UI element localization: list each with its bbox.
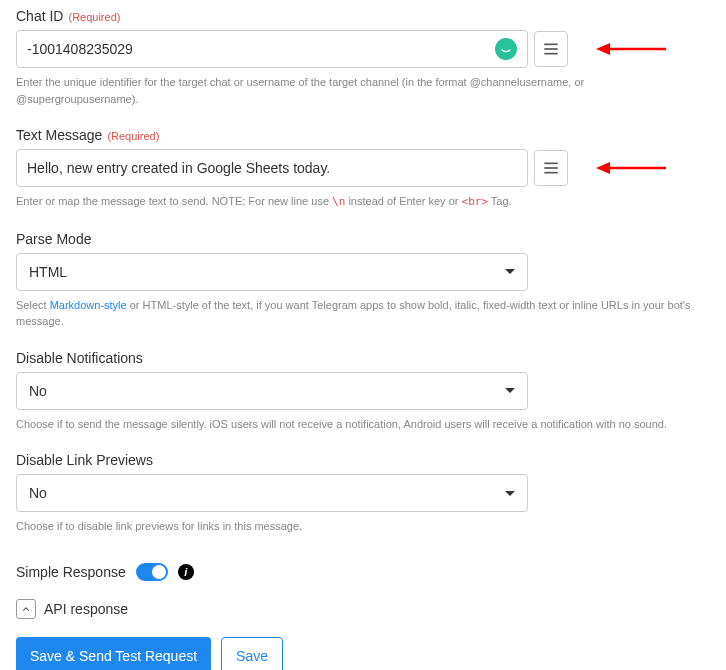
api-response-collapse-button[interactable]	[16, 599, 36, 619]
text-message-input[interactable]	[27, 160, 517, 176]
disable-link-previews-select[interactable]: No	[16, 474, 528, 512]
required-tag: (Required)	[107, 130, 159, 142]
disable-notifications-label: Disable Notifications	[16, 350, 710, 366]
info-icon[interactable]: i	[178, 564, 194, 580]
disable-link-previews-label: Disable Link Previews	[16, 452, 710, 468]
save-send-test-button[interactable]: Save & Send Test Request	[16, 637, 211, 671]
text-message-label: Text Message (Required)	[16, 127, 710, 143]
disable-notifications-select[interactable]: No	[16, 372, 528, 410]
markdown-style-link[interactable]: Markdown-style	[50, 299, 127, 311]
arrow-annotation	[596, 40, 666, 58]
text-message-input-wrap[interactable]	[16, 149, 528, 187]
chat-id-input[interactable]	[27, 41, 489, 57]
simple-response-toggle[interactable]	[136, 563, 168, 581]
chevron-down-icon	[505, 388, 515, 393]
disable-link-previews-help: Choose if to disable link previews for l…	[16, 518, 706, 535]
map-button[interactable]	[534, 31, 568, 67]
chat-id-help: Enter the unique identifier for the targ…	[16, 74, 706, 107]
chat-id-label: Chat ID (Required)	[16, 8, 710, 24]
api-response-label: API response	[44, 601, 128, 617]
chevron-down-icon	[505, 491, 515, 496]
arrow-annotation	[596, 159, 666, 177]
required-tag: (Required)	[68, 11, 120, 23]
save-button[interactable]: Save	[221, 637, 283, 671]
parse-mode-label: Parse Mode	[16, 231, 710, 247]
chat-id-input-wrap[interactable]	[16, 30, 528, 68]
disable-notifications-help: Choose if to send the message silently. …	[16, 416, 706, 433]
chevron-down-icon	[505, 269, 515, 274]
text-message-help: Enter or map the message text to send. N…	[16, 193, 706, 211]
parse-mode-help: Select Markdown-style or HTML-style of t…	[16, 297, 706, 330]
svg-marker-9	[596, 162, 610, 174]
parse-mode-select[interactable]: HTML	[16, 253, 528, 291]
status-ok-icon	[495, 38, 517, 60]
simple-response-label: Simple Response	[16, 564, 126, 580]
svg-marker-4	[596, 43, 610, 55]
map-button[interactable]	[534, 150, 568, 186]
